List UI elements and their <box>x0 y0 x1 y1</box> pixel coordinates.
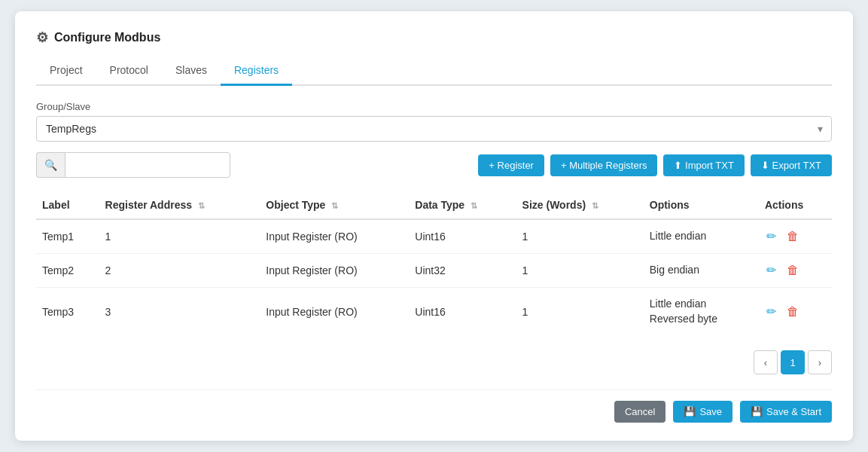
export-txt-button[interactable]: ⬇ Export TXT <box>751 154 832 176</box>
gear-icon: ⚙ <box>36 29 48 46</box>
group-slave-select[interactable]: TempRegs <box>36 116 832 142</box>
tab-project[interactable]: Project <box>36 58 96 86</box>
col-options: Options <box>644 191 759 219</box>
sort-icon-data-type: ⇅ <box>471 201 477 211</box>
group-slave-select-wrapper: TempRegs <box>36 116 832 142</box>
col-object-type[interactable]: Object Type ⇅ <box>260 191 409 219</box>
cell-options-2: Little endianReversed byte <box>644 288 759 336</box>
cell-data-type-2: Uint16 <box>409 288 516 336</box>
save-button[interactable]: 💾 Save <box>673 401 732 423</box>
cell-register-address-1: 2 <box>99 254 260 288</box>
table-row: Temp2 2 Input Register (RO) Uint32 1 Big… <box>36 254 832 288</box>
save-start-button[interactable]: 💾 Save & Start <box>740 401 832 423</box>
delete-row-1-button[interactable]: 🗑 <box>785 263 800 278</box>
group-slave-label: Group/Slave <box>36 101 832 112</box>
search-icon: 🔍 <box>44 159 57 171</box>
cell-actions-2: ✏ 🗑 <box>759 288 832 336</box>
col-size-words[interactable]: Size (Words) ⇅ <box>516 191 644 219</box>
app-title: ⚙ Configure Modbus <box>36 29 832 46</box>
edit-row-2-button[interactable]: ✏ <box>765 304 778 319</box>
col-label: Label <box>36 191 99 219</box>
page-1-label: 1 <box>790 357 795 368</box>
pagination: ‹ 1 › <box>36 350 832 374</box>
edit-row-1-button[interactable]: ✏ <box>765 263 778 278</box>
page-1-button[interactable]: 1 <box>781 350 805 374</box>
group-slave-field: Group/Slave TempRegs <box>36 101 832 142</box>
next-page-button[interactable]: › <box>808 350 832 374</box>
cell-data-type-1: Uint32 <box>409 254 516 288</box>
table-row: Temp3 3 Input Register (RO) Uint16 1 Lit… <box>36 288 832 336</box>
prev-icon: ‹ <box>764 357 767 368</box>
cell-register-address-0: 1 <box>99 219 260 254</box>
cell-object-type-0: Input Register (RO) <box>260 219 409 254</box>
cell-size-words-2: 1 <box>516 288 644 336</box>
cell-register-address-2: 3 <box>99 288 260 336</box>
cell-label-1: Temp2 <box>36 254 99 288</box>
cell-data-type-0: Uint16 <box>409 219 516 254</box>
cell-label-0: Temp1 <box>36 219 99 254</box>
add-register-button[interactable]: + Register <box>478 154 544 176</box>
cell-size-words-0: 1 <box>516 219 644 254</box>
col-actions: Actions <box>759 191 832 219</box>
search-input[interactable] <box>65 152 230 178</box>
tab-bar: Project Protocol Slaves Registers <box>36 58 832 86</box>
search-box: 🔍 <box>36 152 230 178</box>
tab-registers[interactable]: Registers <box>221 58 292 86</box>
cell-actions-0: ✏ 🗑 <box>759 219 832 254</box>
add-multiple-registers-button[interactable]: + Multiple Registers <box>550 154 658 176</box>
prev-page-button[interactable]: ‹ <box>754 350 778 374</box>
cell-actions-1: ✏ 🗑 <box>759 254 832 288</box>
table-body: Temp1 1 Input Register (RO) Uint16 1 Lit… <box>36 219 832 335</box>
delete-row-0-button[interactable]: 🗑 <box>785 229 800 244</box>
footer-actions: Cancel 💾 Save 💾 Save & Start <box>36 389 832 423</box>
cell-object-type-1: Input Register (RO) <box>260 254 409 288</box>
action-buttons: + Register + Multiple Registers ⬆ Import… <box>478 154 832 176</box>
search-button[interactable]: 🔍 <box>36 152 65 178</box>
col-data-type[interactable]: Data Type ⇅ <box>409 191 516 219</box>
delete-row-2-button[interactable]: 🗑 <box>785 304 800 319</box>
import-txt-button[interactable]: ⬆ Import TXT <box>663 154 744 176</box>
sort-icon-object-type: ⇅ <box>331 201 338 211</box>
cancel-button[interactable]: Cancel <box>614 401 665 423</box>
edit-row-0-button[interactable]: ✏ <box>765 229 778 244</box>
cell-object-type-2: Input Register (RO) <box>260 288 409 336</box>
cell-options-0: Little endian <box>644 219 759 254</box>
cell-label-2: Temp3 <box>36 288 99 336</box>
table-row: Temp1 1 Input Register (RO) Uint16 1 Lit… <box>36 219 832 254</box>
tab-protocol[interactable]: Protocol <box>96 58 162 86</box>
sort-icon-register-address: ⇅ <box>198 201 205 211</box>
col-register-address[interactable]: Register Address ⇅ <box>99 191 260 219</box>
save-start-icon: 💾 <box>751 406 763 417</box>
sort-icon-size-words: ⇅ <box>592 201 598 211</box>
tab-slaves[interactable]: Slaves <box>162 58 221 86</box>
cell-options-1: Big endian <box>644 254 759 288</box>
registers-table: Label Register Address ⇅ Object Type ⇅ D… <box>36 191 832 335</box>
main-card: ⚙ Configure Modbus Project Protocol Slav… <box>15 11 853 441</box>
table-header: Label Register Address ⇅ Object Type ⇅ D… <box>36 191 832 219</box>
next-icon: › <box>818 357 821 368</box>
cell-size-words-1: 1 <box>516 254 644 288</box>
toolbar: 🔍 + Register + Multiple Registers ⬆ Impo… <box>36 152 832 178</box>
save-icon: 💾 <box>684 406 696 417</box>
